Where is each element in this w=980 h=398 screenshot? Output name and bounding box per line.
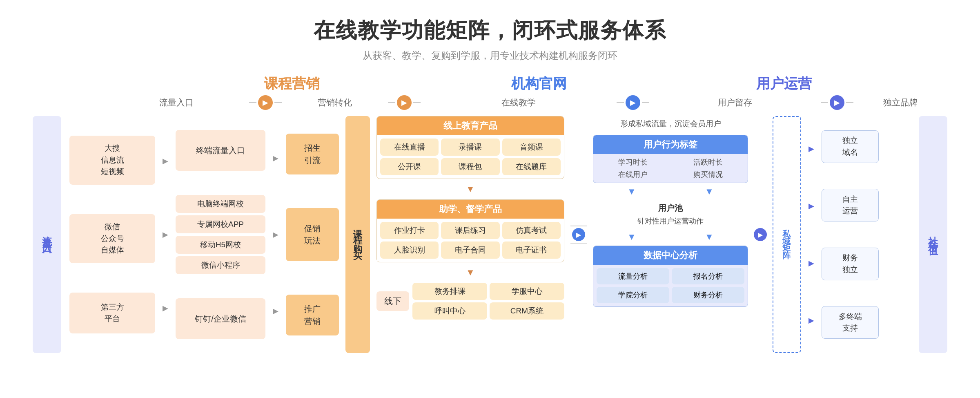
terminal-dingding: 钉钉/企业微信 bbox=[176, 298, 265, 339]
category-official: 机构官网 bbox=[511, 76, 567, 91]
user-ops-text: 针对性用户运营动作 bbox=[595, 216, 746, 226]
product-pack: 课程包 bbox=[441, 158, 499, 175]
product-recorded: 录播课 bbox=[441, 139, 499, 156]
study-exercise: 课后练习 bbox=[441, 222, 499, 239]
offline-row: 线下 教务排课 学服中心 呼叫中心 CRM系统 bbox=[376, 283, 564, 320]
data-center-grid: 流量分析 报名分析 学院分析 财务分析 bbox=[593, 265, 748, 306]
study-face: 人脸识别 bbox=[380, 241, 439, 259]
brand-private-section: 私 域 矩 阵 ▶ ▶ ▶ ▶ 独立 域名 自主 运营 财务 独立 多终端 支持 bbox=[773, 116, 911, 353]
brand-items: 独立 域名 自主 运营 财务 独立 多终端 支持 bbox=[822, 116, 879, 353]
step-conversion-label: 营销转化 bbox=[318, 98, 352, 107]
private-matrix-text: 私 域 矩 阵 bbox=[782, 223, 793, 247]
left-label-text: 流量入口 bbox=[40, 228, 53, 241]
h-arrow-blue: ▶ bbox=[572, 228, 585, 241]
brand-finance: 财务 独立 bbox=[822, 248, 879, 280]
traffic-block-3: 第三方平台 bbox=[69, 293, 155, 333]
private-matrix-label: 私 域 矩 阵 bbox=[773, 116, 801, 353]
tag-active-time: 活跃时长 bbox=[672, 157, 744, 167]
user-pool-title: 用户池 bbox=[595, 203, 746, 214]
data-center-box: 数据中心分析 流量分析 报名分析 学院分析 财务分析 bbox=[593, 246, 748, 307]
tag-online-user: 在线用户 bbox=[597, 170, 669, 179]
terminal-h5: 移动H5网校 bbox=[176, 236, 265, 254]
behavior-tag-title: 用户行为标签 bbox=[593, 135, 748, 154]
terminal-mini: 微信小程序 bbox=[176, 256, 265, 274]
behavior-tag-grid: 学习时长 活跃时长 在线用户 购买情况 bbox=[593, 154, 748, 183]
header: 在线教学功能矩阵，闭环式服务体系 从获客、教学、复购到学服，用专业技术构建机构服… bbox=[314, 16, 666, 62]
tag-study-time: 学习时长 bbox=[597, 157, 669, 167]
conversion-spread: 推广 营销 bbox=[286, 295, 339, 335]
offline-call: 呼叫中心 bbox=[412, 302, 487, 320]
online-products-grid: 在线直播 录播课 音频课 公开课 课程包 在线题库 bbox=[380, 139, 561, 175]
traffic-block-2: 微信公众号自媒体 bbox=[69, 214, 155, 263]
online-section: 线上教育产品 在线直播 录播课 音频课 公开课 课程包 在线题库 ▼ 助学、督学… bbox=[376, 116, 564, 353]
traffic-section: 大搜信息流短视频 微信公众号自媒体 第三方平台 bbox=[69, 116, 155, 353]
course-buy-label: 课 程 购 买 bbox=[345, 116, 370, 353]
study-cert: 电子证书 bbox=[502, 241, 561, 259]
down-arrow-1: ▼ bbox=[376, 182, 564, 196]
h-arrow-indigo: ▶ bbox=[754, 228, 767, 241]
traffic-block-1: 大搜信息流短视频 bbox=[69, 136, 155, 185]
mid-arrows-2: ▼ ▼ bbox=[593, 232, 748, 242]
study-products-box: 助学、督学产品 作业打卡 课后练习 仿真考试 人脸识别 电子合同 电子证书 bbox=[376, 199, 564, 262]
right-social-label: 社会价值 bbox=[919, 116, 947, 353]
data-signup: 报名分析 bbox=[672, 268, 744, 284]
product-audio: 音频课 bbox=[502, 139, 561, 156]
offline-schedule: 教务排课 bbox=[412, 283, 487, 300]
conversion-recruit: 招生 引流 bbox=[286, 134, 339, 174]
conversion-promo: 促销 玩法 bbox=[286, 208, 339, 261]
brand-multi: 多终端 支持 bbox=[822, 306, 879, 339]
terminal-pc: 电脑终端网校 bbox=[176, 195, 265, 213]
category-marketing: 课程营销 bbox=[264, 76, 320, 91]
mid-arrows: ▼ ▼ bbox=[593, 186, 748, 197]
step-traffic-label: 流量入口 bbox=[159, 97, 194, 108]
offline-service: 学服中心 bbox=[490, 283, 564, 300]
product-quiz: 在线题库 bbox=[502, 158, 561, 175]
brand-self-ops: 自主 运营 bbox=[822, 189, 879, 221]
user-pool-section: 用户池 针对性用户运营动作 bbox=[593, 200, 748, 228]
terminal-section: 终端流量入口 电脑终端网校 专属网校APP 移动H5网校 微信小程序 钉钉/企业… bbox=[176, 116, 265, 353]
product-live: 在线直播 bbox=[380, 139, 439, 156]
course-buy-text: 课 程 购 买 bbox=[352, 222, 364, 247]
terminal-app: 专属网校APP bbox=[176, 215, 265, 233]
traffic-arrows: ▶ ▶ ▶ bbox=[159, 116, 172, 353]
to-user-connector: ▶ bbox=[568, 116, 589, 353]
product-open: 公开课 bbox=[380, 158, 439, 175]
to-private-connector: ▶ bbox=[752, 116, 768, 353]
page-title: 在线教学功能矩阵，闭环式服务体系 bbox=[314, 16, 666, 45]
step-online-label: 在线教学 bbox=[501, 98, 536, 107]
to-conversion-arrows: ▶ ▶ ▶ bbox=[270, 116, 282, 353]
terminal-group: 电脑终端网校 专属网校APP 移动H5网校 微信小程序 bbox=[176, 195, 265, 274]
step-arrow-3: ▶ bbox=[626, 95, 640, 110]
data-traffic: 流量分析 bbox=[597, 268, 669, 284]
user-section: 形成私域流量，沉淀会员用户 用户行为标签 学习时长 活跃时长 在线用户 购买情况… bbox=[593, 116, 748, 353]
step-arrow-1: ▶ bbox=[258, 95, 273, 110]
offline-label: 线下 bbox=[376, 291, 409, 311]
down-arrow-2: ▼ bbox=[376, 266, 564, 279]
study-homework: 作业打卡 bbox=[380, 222, 439, 239]
offline-crm: CRM系统 bbox=[490, 302, 564, 320]
to-brand-arrows: ▶ ▶ ▶ ▶ bbox=[805, 116, 817, 353]
study-exam: 仿真考试 bbox=[502, 222, 561, 239]
behavior-tag-box: 用户行为标签 学习时长 活跃时长 在线用户 购买情况 bbox=[593, 135, 748, 183]
page: 在线教学功能矩阵，闭环式服务体系 从获客、教学、复购到学服，用专业技术构建机构服… bbox=[0, 0, 980, 398]
data-school: 学院分析 bbox=[597, 287, 669, 303]
category-user-ops: 用户运营 bbox=[756, 76, 812, 91]
private-flow-text: 形成私域流量，沉淀会员用户 bbox=[593, 116, 748, 132]
study-products-grid: 作业打卡 课后练习 仿真考试 人脸识别 电子合同 电子证书 bbox=[380, 222, 561, 259]
conversion-section: 招生 引流 促销 玩法 推广 营销 bbox=[286, 116, 339, 353]
terminal-traffic: 终端流量入口 bbox=[176, 130, 265, 171]
step-retention-label: 用户留存 bbox=[718, 98, 752, 107]
online-products-box: 线上教育产品 在线直播 录播课 音频课 公开课 课程包 在线题库 bbox=[376, 116, 564, 179]
online-products-title: 线上教育产品 bbox=[377, 116, 564, 135]
right-label-text: 社会价值 bbox=[927, 228, 940, 241]
step-brand-label: 独立品牌 bbox=[883, 98, 918, 107]
tag-purchase: 购买情况 bbox=[672, 170, 744, 179]
step-arrow-2: ▶ bbox=[397, 95, 412, 110]
step-arrow-4: ▶ bbox=[830, 95, 844, 110]
study-products-title: 助学、督学产品 bbox=[377, 200, 564, 219]
data-center-title: 数据中心分析 bbox=[593, 246, 748, 265]
left-flow-label: 流量入口 bbox=[33, 116, 61, 353]
brand-domain: 独立 域名 bbox=[822, 130, 879, 163]
offline-grid: 教务排课 学服中心 呼叫中心 CRM系统 bbox=[412, 283, 564, 320]
data-finance: 财务分析 bbox=[672, 287, 744, 303]
